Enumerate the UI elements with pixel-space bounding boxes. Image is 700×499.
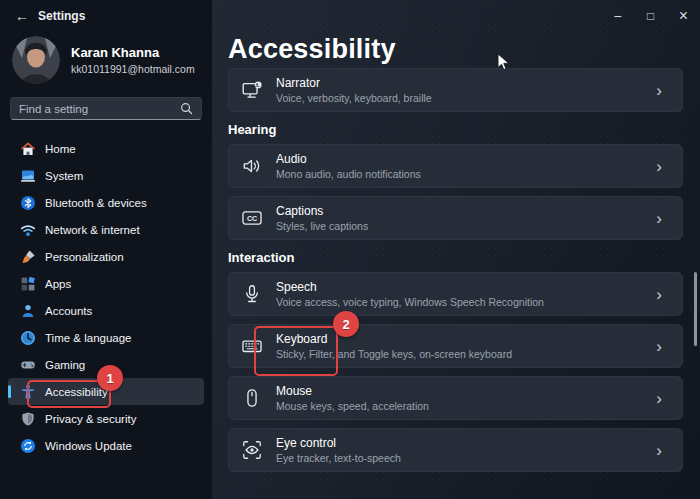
- network-icon: [20, 222, 36, 238]
- card-subtitle: Sticky, Filter, and Toggle keys, on-scre…: [276, 348, 512, 360]
- search-input[interactable]: [19, 103, 180, 115]
- sidebar-nav: Home System Bluetooth & devices Network …: [8, 135, 204, 459]
- titlebar: ← Settings − □ ×: [0, 0, 700, 32]
- app-title: Settings: [38, 9, 85, 23]
- search-box: [10, 97, 202, 120]
- sidebar-item-gaming[interactable]: Gaming: [8, 351, 204, 378]
- card-subtitle: Mouse keys, speed, acceleration: [276, 400, 429, 412]
- audio-icon: [241, 155, 263, 177]
- user-profile[interactable]: Karan Khanna kk01011991@hotmail.com: [12, 36, 195, 84]
- sidebar-item-accounts[interactable]: Accounts: [8, 297, 204, 324]
- accounts-icon: [20, 303, 36, 319]
- close-button[interactable]: ×: [667, 0, 700, 32]
- sidebar-item-accessibility[interactable]: Accessibility: [8, 378, 204, 405]
- card-speech[interactable]: Speech Voice access, voice typing, Windo…: [228, 272, 683, 316]
- sidebar-item-privacy-security[interactable]: Privacy & security: [8, 405, 204, 432]
- speech-icon: [241, 283, 263, 305]
- sidebar-item-label: Time & language: [45, 332, 132, 344]
- gaming-icon: [20, 357, 36, 373]
- sidebar-item-label: Gaming: [45, 359, 85, 371]
- privacy-icon: [20, 411, 36, 427]
- card-subtitle: Eye tracker, text-to-speech: [276, 452, 401, 464]
- card-title: Speech: [276, 280, 544, 294]
- sidebar: Karan Khanna kk01011991@hotmail.com Home: [0, 32, 212, 499]
- home-icon: [20, 141, 36, 157]
- card-captions[interactable]: CC Captions Styles, live captions ›: [228, 196, 683, 240]
- card-subtitle: Voice, verbosity, keyboard, braille: [276, 92, 432, 104]
- svg-text:CC: CC: [247, 215, 257, 222]
- sidebar-item-bluetooth-devices[interactable]: Bluetooth & devices: [8, 189, 204, 216]
- chevron-right-icon: ›: [656, 286, 670, 303]
- sidebar-item-home[interactable]: Home: [8, 135, 204, 162]
- page-title: Accessibility: [228, 34, 700, 68]
- maximize-button[interactable]: □: [634, 0, 667, 32]
- card-title: Narrator: [276, 76, 432, 90]
- apps-icon: [20, 276, 36, 292]
- card-subtitle: Voice access, voice typing, Windows Spee…: [276, 296, 544, 308]
- sidebar-item-system[interactable]: System: [8, 162, 204, 189]
- section-header-interaction: Interaction: [228, 250, 700, 266]
- sidebar-item-network-internet[interactable]: Network & internet: [8, 216, 204, 243]
- card-keyboard[interactable]: Keyboard Sticky, Filter, and Toggle keys…: [228, 324, 683, 368]
- main-content: Accessibility Narrator Voice, verbosity,…: [212, 0, 700, 499]
- eye-control-icon: [241, 439, 263, 461]
- sidebar-item-label: System: [45, 170, 83, 182]
- bluetooth-icon: [20, 195, 36, 211]
- card-subtitle: Styles, live captions: [276, 220, 368, 232]
- personalization-icon: [20, 249, 36, 265]
- chevron-right-icon: ›: [656, 390, 670, 407]
- system-icon: [20, 168, 36, 184]
- section-header-hearing: Hearing: [228, 122, 700, 138]
- chevron-right-icon: ›: [656, 158, 670, 175]
- avatar: [12, 36, 60, 84]
- time-language-icon: [20, 330, 36, 346]
- sidebar-item-time-language[interactable]: Time & language: [8, 324, 204, 351]
- sidebar-item-label: Windows Update: [45, 440, 132, 452]
- sidebar-item-label: Accessibility: [45, 386, 108, 398]
- sidebar-item-label: Network & internet: [45, 224, 140, 236]
- keyboard-icon: [241, 335, 263, 357]
- sidebar-item-label: Bluetooth & devices: [45, 197, 147, 209]
- card-audio[interactable]: Audio Mono audio, audio notifications ›: [228, 144, 683, 188]
- card-title: Audio: [276, 152, 421, 166]
- sidebar-item-label: Personalization: [45, 251, 124, 263]
- user-name: Karan Khanna: [71, 45, 195, 60]
- card-title: Keyboard: [276, 332, 512, 346]
- narrator-icon: [241, 79, 263, 101]
- sidebar-item-windows-update[interactable]: Windows Update: [8, 432, 204, 459]
- minimize-button[interactable]: −: [601, 0, 634, 32]
- accessibility-icon: [20, 384, 36, 400]
- window-controls: − □ ×: [601, 0, 700, 32]
- settings-window: ← Settings − □ ×: [0, 0, 700, 499]
- sidebar-item-label: Apps: [45, 278, 71, 290]
- sidebar-item-label: Accounts: [45, 305, 92, 317]
- chevron-right-icon: ›: [656, 82, 670, 99]
- scrollbar-thumb[interactable]: [694, 272, 697, 346]
- mouse-icon: [241, 387, 263, 409]
- sidebar-item-personalization[interactable]: Personalization: [8, 243, 204, 270]
- chevron-right-icon: ›: [656, 338, 670, 355]
- user-email: kk01011991@hotmail.com: [71, 63, 195, 75]
- sidebar-item-label: Privacy & security: [45, 413, 136, 425]
- card-subtitle: Mono audio, audio notifications: [276, 168, 421, 180]
- card-mouse[interactable]: Mouse Mouse keys, speed, acceleration ›: [228, 376, 683, 420]
- search-icon: [180, 102, 193, 115]
- sidebar-item-apps[interactable]: Apps: [8, 270, 204, 297]
- card-title: Captions: [276, 204, 368, 218]
- chevron-right-icon: ›: [656, 210, 670, 227]
- card-title: Eye control: [276, 436, 401, 450]
- card-narrator[interactable]: Narrator Voice, verbosity, keyboard, bra…: [228, 68, 683, 112]
- back-button[interactable]: ←: [10, 5, 34, 27]
- chevron-right-icon: ›: [656, 442, 670, 459]
- captions-icon: CC: [241, 207, 263, 229]
- card-eye-control[interactable]: Eye control Eye tracker, text-to-speech …: [228, 428, 683, 472]
- windows-update-icon: [20, 438, 36, 454]
- sidebar-item-label: Home: [45, 143, 76, 155]
- card-title: Mouse: [276, 384, 429, 398]
